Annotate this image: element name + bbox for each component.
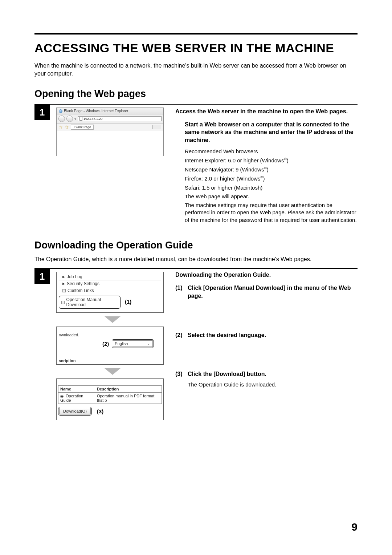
address-text: 192.168.1.20: [83, 117, 103, 121]
instruction-1: (1) Click [Operation Manual Download] in…: [175, 284, 358, 300]
star-plus-icon: ✩: [65, 125, 69, 129]
step-number-badge-2: 1: [34, 269, 50, 284]
toolbar-button-icon: [152, 125, 161, 129]
download-panel: Name Description Operation Guide Operati…: [56, 378, 164, 420]
square-icon: [62, 289, 66, 292]
section1-lead: Access the Web server in the machine to …: [175, 108, 358, 116]
table-row: Operation Guide Operation manual in PDF …: [58, 393, 162, 404]
section2-heading: Downloading the Operation Guide: [34, 240, 358, 251]
cell-desc: Operation manual in PDF format that p: [95, 393, 162, 404]
auth-note: The machine settings may require that us…: [185, 202, 358, 224]
radio-icon: [60, 395, 64, 398]
rec-ie: Internet Explorer: 6.0 or higher (Window…: [185, 157, 358, 164]
section1-step: 1 Blank Page - Windows Internet Explorer…: [34, 105, 358, 225]
top-rule: [34, 33, 358, 35]
menu-item-security: ▶ Security Settings: [59, 280, 161, 287]
back-button-icon: [58, 116, 65, 122]
panel-fragment-header: scription: [57, 357, 163, 364]
tab-label: Blank Page: [74, 125, 91, 129]
triangle-icon: ▶: [62, 282, 65, 285]
page-icon: [79, 117, 82, 121]
menu-item-opmanual: Operation Manual Download: [59, 296, 121, 309]
ie-icon: [59, 109, 62, 113]
language-select-highlight: English ⌄: [112, 339, 154, 348]
webpage-menu-panel: ▶ Job Log ▶ Security Settings Custom Lin…: [56, 272, 164, 313]
ol-body-3: The Operation Guide is downloaded.: [188, 381, 358, 388]
step-number-badge: 1: [34, 105, 50, 120]
panel-fragment-text: ownloaded.: [59, 333, 161, 337]
ol-text-3: Click the [Download] button.: [188, 370, 266, 378]
star-icon: ☆: [59, 125, 63, 129]
arrow-down-icon: [105, 368, 121, 375]
browser-window: Blank Page - Windows Internet Explorer ▾…: [56, 108, 164, 156]
language-select: English ⌄: [113, 340, 153, 347]
instruction-3: (3) Click the [Download] button. The Ope…: [175, 370, 358, 388]
address-field: 192.168.1.20: [78, 116, 162, 121]
download-button: Download(O): [59, 408, 91, 414]
browser-favorites-bar: ☆ ✩ Blank Page: [57, 123, 163, 131]
arrow-down-icon: [105, 316, 121, 323]
download-button-highlight: Download(O): [58, 407, 92, 416]
rec-ff: Firefox: 2.0 or higher (Windows®): [185, 175, 358, 182]
menu-item-joblog: ▶ Job Log: [59, 274, 161, 280]
forward-button-icon: [66, 116, 73, 122]
menu-label: Job Log: [67, 274, 82, 279]
rec-sf: Safari: 1.5 or higher (Macintosh): [185, 184, 358, 191]
menu-label: Operation Manual Download: [66, 297, 118, 307]
browser-titlebar: Blank Page - Windows Internet Explorer: [57, 108, 163, 114]
callout-3: (3): [97, 408, 103, 414]
section2-intro: The Operation Guide, which is a more det…: [34, 255, 358, 263]
section1-step-text: Access the Web server in the machine to …: [175, 105, 358, 225]
callout-1: (1): [125, 299, 131, 305]
browser-toolbar: ▾ 192.168.1.20: [57, 114, 163, 123]
browser-viewport: [57, 131, 163, 156]
ol-num-2: (2): [175, 331, 188, 339]
section2-screenshots: ▶ Job Log ▶ Security Settings Custom Lin…: [56, 269, 169, 420]
intro-paragraph: When the machine is connected to a netwo…: [34, 62, 358, 77]
page-number: 9: [351, 521, 358, 533]
menu-label: Security Settings: [67, 281, 99, 286]
section2-lead: Downloading the Operation Guide.: [175, 272, 358, 278]
web-page-appear: The Web page will appear.: [185, 193, 358, 200]
square-icon: [61, 301, 65, 304]
page-title: ACCESSING THE WEB SERVER IN THE MACHINE: [34, 41, 358, 55]
section1-sublead: Start a Web browser on a computer that i…: [185, 121, 358, 144]
browser-screenshot: Blank Page - Windows Internet Explorer ▾…: [56, 105, 169, 156]
rec-nn: Netscape Navigator: 9 (Windows®): [185, 166, 358, 173]
col-name: Name: [58, 386, 95, 393]
language-selected: English: [115, 341, 128, 346]
browser-tab: Blank Page: [71, 125, 94, 130]
cell-name: Operation Guide: [58, 393, 95, 404]
table-header-row: Name Description: [58, 386, 162, 393]
section1-heading: Opening the Web pages: [34, 88, 358, 100]
section2-step: 1 ▶ Job Log ▶ Security Settings Custom L…: [34, 269, 358, 420]
rec-browsers-label: Recommended Web browsers: [185, 148, 358, 155]
section2-step-text: Downloading the Operation Guide. (1) Cli…: [175, 269, 358, 388]
ol-text-2: Select the desired language.: [188, 331, 266, 339]
download-table: Name Description Operation Guide Operati…: [58, 385, 162, 404]
menu-item-customlinks: Custom Links: [59, 287, 161, 294]
ol-num-3: (3): [175, 370, 188, 378]
ol-text-1: Click [Operation Manual Download] in the…: [188, 284, 358, 300]
language-panel: ownloaded. (2) English ⌄ scription: [56, 327, 164, 365]
chevron-down-icon: ⌄: [146, 341, 151, 346]
browser-window-title: Blank Page - Windows Internet Explorer: [64, 109, 128, 113]
ol-num-1: (1): [175, 284, 188, 300]
instruction-2: (2) Select the desired language.: [175, 331, 358, 339]
callout-2: (2): [102, 341, 109, 347]
triangle-icon: ▶: [62, 275, 65, 279]
menu-label: Custom Links: [68, 288, 94, 293]
col-desc: Description: [95, 386, 162, 393]
